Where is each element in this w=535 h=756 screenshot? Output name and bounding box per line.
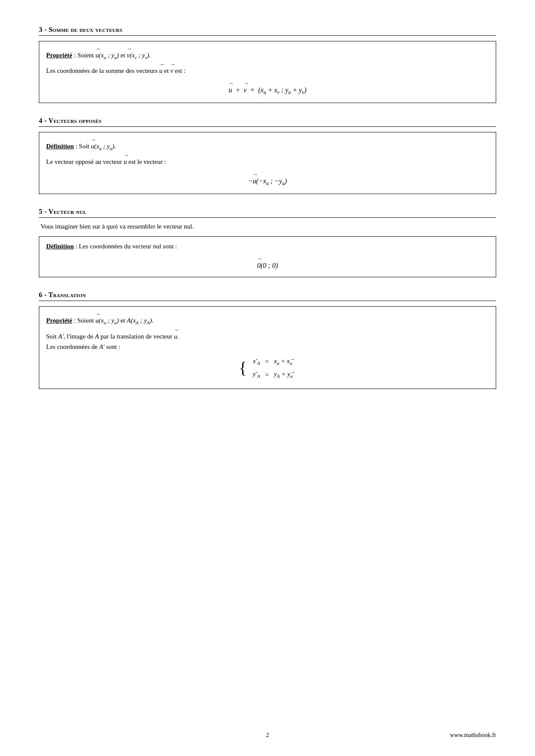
section-5-number: 5 — [39, 208, 42, 215]
eq-row-1: x'A = xa + xu — [250, 355, 295, 368]
eq-row-2: y'A = yA + yu — [250, 368, 295, 381]
section-3: 3 - Somme de deux vecteurs Propriété : S… — [39, 26, 496, 103]
page-footer: 2 www.mathsbook.fr — [0, 732, 535, 739]
section-4-box-label: Définition — [46, 143, 74, 150]
section-6-box: Propriété : Soient u(xu ; yu) et A(xA ; … — [39, 306, 496, 389]
section-6-label: Translation — [48, 291, 86, 298]
section-4-line2: Le vecteur opposé au vecteur u est le ve… — [46, 158, 166, 165]
section-6-line3: Les coordonnées de A' sont : — [46, 343, 120, 350]
section-4-title: 4 - Vecteurs opposés — [39, 117, 496, 127]
section-3-number: 3 — [39, 26, 42, 33]
section-6-formula: { x'A = xa + xu y'A = yA + yu — [46, 354, 489, 382]
footer-site: www.mathsbook.fr — [344, 732, 496, 739]
section-5-box-label: Définition — [46, 243, 74, 250]
section-5-intro: Vous imaginer bien sur à quoi va ressemb… — [39, 223, 496, 230]
section-5-label: Vecteur nul — [48, 208, 86, 215]
section-3-line2: Les coordonnées de la somme des vecteurs… — [46, 67, 186, 74]
section-5: 5 - Vecteur nul Vous imaginer bien sur à… — [39, 208, 496, 278]
section-3-box-label: Propriété — [46, 52, 72, 59]
section-4-number: 4 — [39, 117, 42, 124]
section-3-formula: u + v = (xu + xv ; yu + yv) — [46, 80, 489, 97]
section-5-formula: 0(0 ; 0) — [46, 256, 489, 271]
section-5-title: 5 - Vecteur nul — [39, 208, 496, 218]
section-4-box: Définition : Soit u(xu ; yu). Le vecteur… — [39, 132, 496, 194]
section-6-box-label: Propriété — [46, 317, 72, 324]
footer-page-number: 2 — [191, 732, 343, 739]
section-4: 4 - Vecteurs opposés Définition : Soit u… — [39, 117, 496, 194]
section-3-label: Somme de deux vecteurs — [49, 26, 123, 33]
section-4-formula: −u(−xu ; −yu) — [46, 171, 489, 188]
section-6-title: 6 - Translation — [39, 291, 496, 301]
equation-table: x'A = xa + xu y'A = yA + yu — [249, 354, 296, 382]
section-5-box: Définition : Les coordonnées du vecteur … — [39, 236, 496, 278]
section-3-box: Propriété : Soient u(xu ; yu) et v(xv ; … — [39, 41, 496, 103]
page: 3 - Somme de deux vecteurs Propriété : S… — [0, 0, 535, 756]
section-3-title: 3 - Somme de deux vecteurs — [39, 26, 496, 36]
vec-v: v — [127, 46, 130, 60]
section-6: 6 - Translation Propriété : Soient u(xu … — [39, 291, 496, 389]
vec-u: u — [95, 46, 99, 60]
section-4-label: Vecteurs opposés — [48, 117, 101, 124]
vec-u-4: u — [91, 137, 94, 151]
section-6-number: 6 — [39, 291, 42, 298]
section-6-line2: Soit A', l'image de A par la translation… — [46, 333, 179, 340]
